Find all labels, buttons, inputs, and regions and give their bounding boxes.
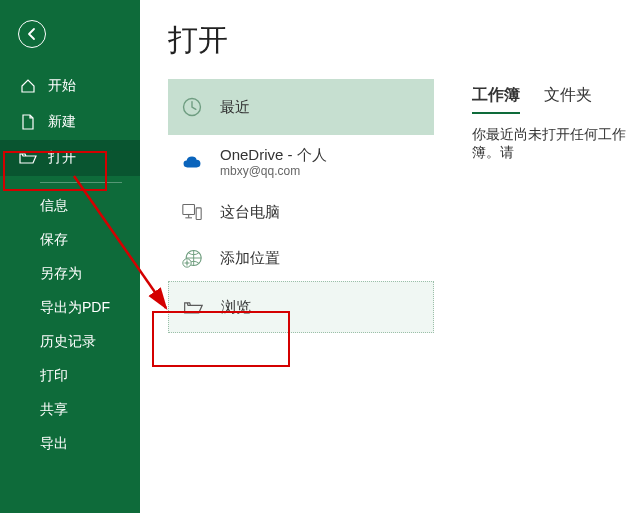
open-sources-list: 最近 OneDrive - 个人 mbxy@qq.com [168,79,434,333]
sidebar-divider [40,182,122,183]
sidebar-item-new[interactable]: 新建 [0,104,140,140]
sidebar-sub-saveas[interactable]: 另存为 [0,257,140,291]
page-title: 打开 [168,20,640,61]
sidebar-sub-info[interactable]: 信息 [0,189,140,223]
back-button[interactable] [18,20,46,48]
svg-rect-2 [196,208,201,220]
home-icon [18,78,38,94]
sidebar-sub-print[interactable]: 打印 [0,359,140,393]
backstage-sidebar: 开始 新建 打开 信息 保存 另存为 导出为PDF 历史记录 打印 共享 导出 [0,0,140,513]
document-icon [18,114,38,130]
content-tabs: 工作簿 文件夹 [472,85,640,114]
clock-icon [182,94,202,120]
empty-message: 你最近尚未打开任何工作簿。请 [472,126,640,162]
globe-plus-icon [182,246,202,270]
folder-open-icon [18,151,38,165]
sidebar-item-open[interactable]: 打开 [0,140,140,176]
source-label: 最近 [220,98,250,117]
onedrive-account: mbxy@qq.com [220,164,327,178]
source-label: 添加位置 [220,249,280,268]
sidebar-sub-export[interactable]: 导出 [0,427,140,461]
sidebar-item-label: 打开 [48,149,76,167]
folder-open-icon [183,298,203,316]
source-this-pc[interactable]: 这台电脑 [168,189,434,235]
tab-folders[interactable]: 文件夹 [544,85,592,114]
computer-icon [182,201,202,223]
sidebar-sub-exportpdf[interactable]: 导出为PDF [0,291,140,325]
sidebar-sub-share[interactable]: 共享 [0,393,140,427]
source-recent[interactable]: 最近 [168,79,434,135]
source-label: 这台电脑 [220,203,280,222]
source-add-place[interactable]: 添加位置 [168,235,434,281]
arrow-left-icon [25,27,39,41]
sidebar-item-label: 开始 [48,77,76,95]
onedrive-title: OneDrive - 个人 [220,146,327,164]
content-pane: 工作簿 文件夹 你最近尚未打开任何工作簿。请 [472,79,640,333]
tab-workbooks[interactable]: 工作簿 [472,85,520,114]
sidebar-sub-history[interactable]: 历史记录 [0,325,140,359]
sidebar-item-home[interactable]: 开始 [0,68,140,104]
svg-rect-1 [183,205,195,215]
source-label: 浏览 [221,298,251,317]
main-panel: 打开 最近 OneDrive - 个人 mbx [140,0,640,513]
sidebar-sub-save[interactable]: 保存 [0,223,140,257]
source-browse[interactable]: 浏览 [168,281,434,333]
source-onedrive[interactable]: OneDrive - 个人 mbxy@qq.com [168,135,434,189]
cloud-icon [182,153,202,171]
source-text: OneDrive - 个人 mbxy@qq.com [220,146,327,178]
sidebar-item-label: 新建 [48,113,76,131]
